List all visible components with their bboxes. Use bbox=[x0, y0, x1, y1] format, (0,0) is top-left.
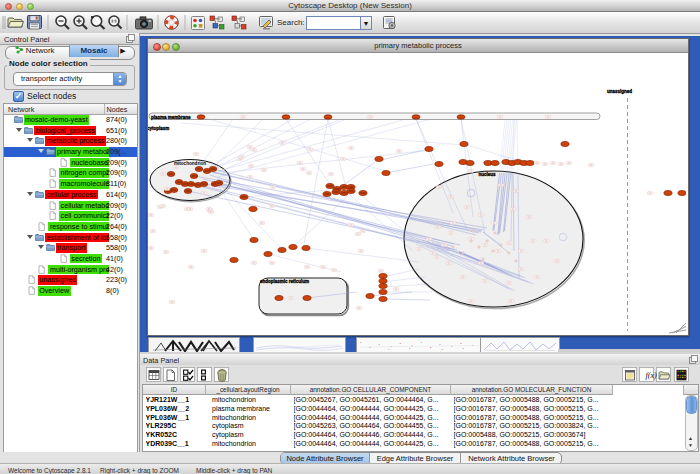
svg-text:plasma membrane: plasma membrane bbox=[151, 115, 191, 120]
svg-text:mitochondrion: mitochondrion bbox=[174, 161, 206, 166]
svg-text:cytoplasm: cytoplasm bbox=[148, 126, 169, 131]
svg-text:unassigned: unassigned bbox=[607, 89, 632, 94]
svg-text:f(x): f(x) bbox=[646, 371, 657, 380]
svg-text:nucleus: nucleus bbox=[478, 172, 496, 177]
svg-text:endoplasmic reticulum: endoplasmic reticulum bbox=[260, 279, 309, 284]
